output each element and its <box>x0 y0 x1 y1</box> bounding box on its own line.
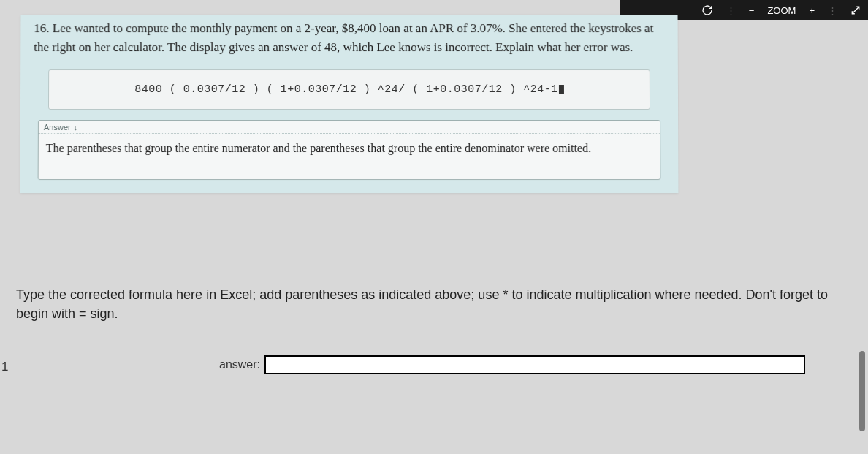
row-number: 1 <box>1 360 8 374</box>
vertical-scrollbar[interactable] <box>859 351 865 431</box>
toolbar-divider: ⋮ <box>726 5 736 16</box>
arrow-down-icon: ↓ <box>74 123 78 132</box>
zoom-label: ZOOM <box>767 5 796 16</box>
zoom-out-button[interactable]: − <box>749 5 755 16</box>
answer-body-text: The parentheses that group the entire nu… <box>39 134 660 179</box>
answer-box: Answer ↓ The parentheses that group the … <box>38 120 661 180</box>
answer-header-label: Answer <box>44 123 71 132</box>
cursor-icon <box>559 85 564 94</box>
answer-input-label: answer: <box>219 358 260 371</box>
answer-header[interactable]: Answer ↓ <box>39 121 660 134</box>
toolbar-divider: ⋮ <box>828 5 837 16</box>
question-text: 16. Lee wanted to compute the monthly pa… <box>34 19 665 58</box>
zoom-in-button[interactable]: + <box>809 5 815 16</box>
formula-display: 8400 ( 0.0307/12 ) ( 1+0.0307/12 ) ^24/ … <box>48 69 650 110</box>
answer-input[interactable] <box>264 355 805 374</box>
question-block: 16. Lee wanted to compute the monthly pa… <box>20 15 679 193</box>
formula-text: 8400 ( 0.0307/12 ) ( 1+0.0307/12 ) ^24/ … <box>134 83 558 96</box>
refresh-icon[interactable] <box>701 4 713 16</box>
answer-input-row: answer: <box>219 355 805 374</box>
fullscreen-icon[interactable] <box>850 5 861 15</box>
instruction-text: Type the corrected formula here in Excel… <box>16 285 849 323</box>
